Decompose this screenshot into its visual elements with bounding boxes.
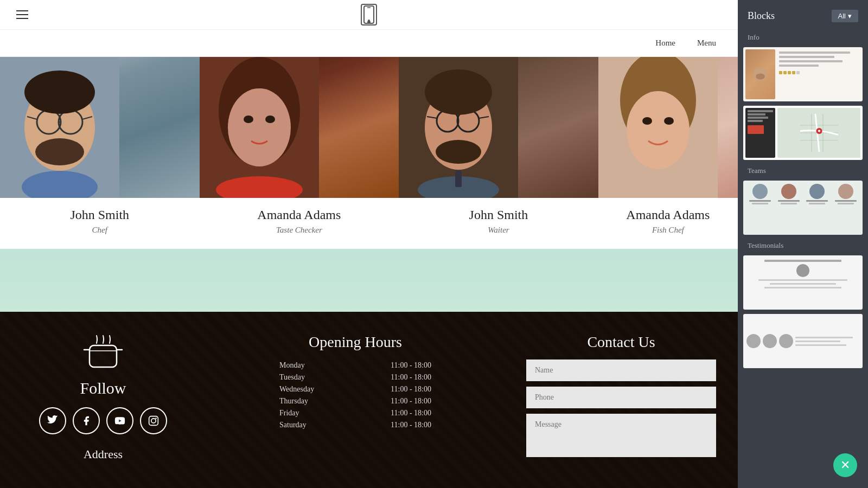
hours-time-monday: 11:00 - 18:00	[391, 361, 431, 370]
svg-rect-0	[364, 6, 374, 23]
hours-table: Monday 11:00 - 18:00 Tuesday 11:00 - 18:…	[279, 359, 431, 431]
hours-day-thursday: Thursday	[279, 397, 308, 406]
member-role-john-waiter: Waiter	[399, 226, 598, 235]
block-card-testimonial-2[interactable]	[743, 314, 863, 368]
svg-point-47	[756, 73, 765, 79]
hours-column: Opening Hours Monday 11:00 - 18:00 Tuesd…	[184, 328, 526, 472]
hours-day-saturday: Saturday	[279, 421, 307, 429]
svg-point-36	[642, 117, 652, 125]
team-section: John Smith Chef	[0, 57, 738, 312]
hours-row-wednesday: Wednesday 11:00 - 18:00	[279, 383, 431, 395]
member-name-john-waiter: John Smith	[399, 208, 598, 222]
member-role-john-chef: Chef	[0, 226, 200, 235]
member-role-amanda-fish: Fish Chef	[598, 226, 738, 235]
block-card-info-2[interactable]	[743, 106, 863, 160]
mini-person-4	[832, 184, 860, 204]
svg-point-1	[368, 20, 370, 22]
svg-rect-31	[455, 171, 462, 187]
member-name-john-chef: John Smith	[0, 208, 200, 222]
svg-point-10	[35, 138, 84, 165]
top-toolbar	[0, 0, 738, 30]
follow-column: Follow	[22, 328, 184, 472]
hours-title: Opening Hours	[309, 333, 402, 351]
svg-point-54	[818, 130, 820, 132]
block-card-info-1[interactable]	[743, 47, 863, 101]
mini-person-2	[775, 184, 803, 204]
member-name-amanda-taste: Amanda Adams	[200, 208, 399, 222]
svg-rect-38	[90, 345, 117, 367]
sidebar: Blocks All ▾ Info	[738, 0, 868, 488]
sidebar-header: Blocks All ▾	[738, 0, 868, 29]
block-card-teams[interactable]	[743, 181, 863, 235]
nav-home[interactable]: Home	[655, 38, 675, 48]
svg-point-35	[627, 91, 690, 169]
hours-day-wednesday: Wednesday	[279, 385, 314, 394]
svg-rect-43	[149, 416, 158, 426]
follow-label: Follow	[80, 379, 126, 397]
block-card-testimonial-1[interactable]	[743, 255, 863, 310]
youtube-icon[interactable]	[106, 407, 133, 434]
facebook-icon[interactable]	[73, 407, 100, 434]
mobile-device-icon[interactable]	[361, 4, 377, 25]
svg-point-45	[155, 418, 157, 419]
close-button[interactable]: ✕	[833, 453, 857, 477]
svg-point-11	[24, 70, 95, 114]
contact-title: Contact Us	[526, 333, 716, 351]
hours-time-thursday: 11:00 - 18:00	[391, 397, 431, 406]
hours-time-friday: 11:00 - 18:00	[391, 409, 431, 418]
phone-input[interactable]	[526, 387, 716, 408]
team-card-john-chef: John Smith Chef	[0, 57, 200, 312]
svg-point-28	[436, 140, 481, 164]
section-label-teams: Teams	[738, 162, 868, 178]
svg-point-17	[244, 115, 253, 123]
hours-row-monday: Monday 11:00 - 18:00	[279, 359, 431, 371]
team-card-john-waiter: John Smith Waiter	[399, 57, 598, 312]
contact-column: Contact Us	[526, 328, 716, 472]
hours-time-saturday: 11:00 - 18:00	[391, 421, 431, 429]
section-label-info: Info	[738, 29, 868, 45]
team-card-amanda-fish: Amanda Adams Fish Chef	[598, 57, 738, 312]
member-name-amanda-fish: Amanda Adams	[598, 208, 738, 222]
team-photo-john-chef	[0, 57, 200, 198]
instagram-icon[interactable]	[140, 407, 167, 434]
all-button[interactable]: All ▾	[832, 10, 858, 22]
nav-bar: Home Menu	[0, 30, 738, 57]
team-photo-amanda-taste	[200, 57, 399, 198]
hamburger-menu[interactable]	[16, 10, 28, 19]
svg-point-44	[151, 419, 156, 423]
svg-point-18	[265, 115, 275, 123]
hours-time-tuesday: 11:00 - 18:00	[391, 373, 431, 382]
svg-point-37	[664, 117, 674, 125]
hours-row-thursday: Thursday 11:00 - 18:00	[279, 395, 431, 407]
team-card-amanda-taste: Amanda Adams Taste Checker	[200, 57, 399, 312]
hours-day-monday: Monday	[279, 361, 305, 370]
social-icons	[39, 407, 167, 434]
section-label-testimonials: Testimonials	[738, 237, 868, 253]
team-photo-john-waiter	[399, 57, 598, 198]
hours-row-saturday: Saturday 11:00 - 18:00	[279, 419, 431, 431]
svg-point-29	[425, 69, 492, 115]
hours-day-tuesday: Tuesday	[279, 373, 305, 382]
pot-icon	[81, 333, 125, 379]
team-photo-amanda-fish	[598, 57, 738, 198]
message-input[interactable]	[526, 414, 716, 457]
sidebar-title: Blocks	[748, 10, 775, 22]
twitter-icon[interactable]	[39, 407, 66, 434]
svg-point-16	[228, 88, 291, 166]
address-label: Address	[84, 447, 123, 461]
hours-day-friday: Friday	[279, 409, 299, 418]
footer-section: Follow	[0, 312, 738, 488]
hours-row-friday: Friday 11:00 - 18:00	[279, 407, 431, 419]
mini-person-3	[803, 184, 831, 204]
nav-menu[interactable]: Menu	[697, 38, 716, 48]
hours-row-tuesday: Tuesday 11:00 - 18:00	[279, 371, 431, 383]
name-input[interactable]	[526, 359, 716, 381]
member-role-amanda-taste: Taste Checker	[200, 226, 399, 235]
mini-person-1	[746, 184, 774, 204]
hours-time-wednesday: 11:00 - 18:00	[391, 385, 431, 394]
